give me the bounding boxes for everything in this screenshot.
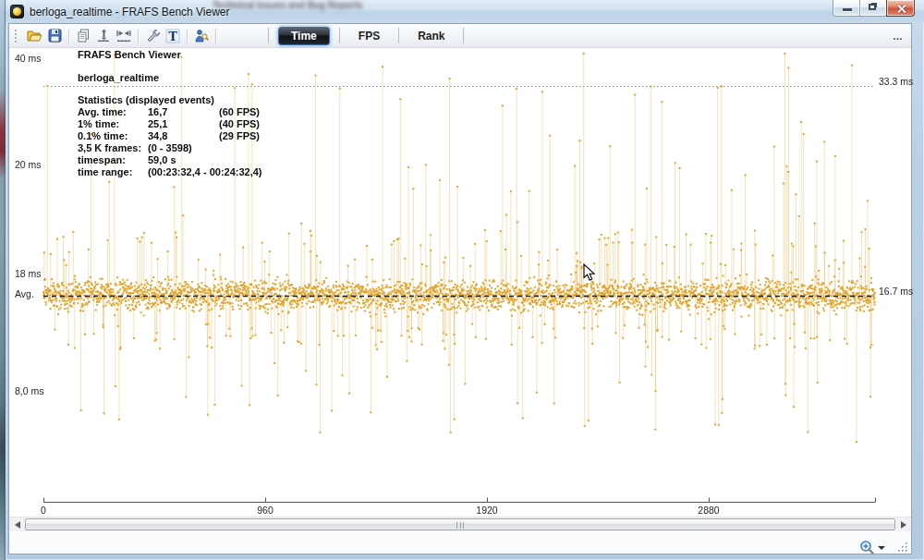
tab-fps[interactable]: FPS bbox=[349, 28, 389, 44]
tab-separator bbox=[463, 28, 464, 43]
open-folder-icon bbox=[27, 30, 43, 43]
minimize-button[interactable] bbox=[833, 0, 860, 17]
toolbar-separator bbox=[215, 29, 216, 43]
app-window: Technical Issues and Bug Reports berloga… bbox=[6, 0, 924, 560]
vertical-scale-icon bbox=[97, 29, 110, 43]
toolbar-separator bbox=[138, 29, 139, 43]
minimize-icon bbox=[843, 8, 852, 11]
resize-grip[interactable] bbox=[897, 542, 909, 554]
app-icon bbox=[10, 5, 24, 18]
copy-icon bbox=[77, 29, 91, 43]
close-icon bbox=[896, 4, 906, 14]
caption-buttons bbox=[833, 0, 915, 17]
toolbar-overflow-button[interactable]: … bbox=[893, 30, 904, 42]
svg-text:T: T bbox=[168, 29, 177, 43]
settings-button[interactable] bbox=[142, 27, 163, 45]
horizontal-scrollbar[interactable] bbox=[9, 517, 911, 531]
tab-rank[interactable]: Rank bbox=[408, 28, 454, 44]
zoom-magnifier-icon bbox=[859, 540, 875, 555]
tab-time[interactable]: Time bbox=[278, 27, 330, 45]
copy-button[interactable] bbox=[73, 27, 93, 45]
status-bar bbox=[9, 532, 911, 554]
scrollbar-grip-icon bbox=[456, 522, 464, 529]
zoom-dropdown-caret-icon[interactable] bbox=[878, 546, 885, 554]
horizontal-scale-icon bbox=[116, 30, 131, 43]
view-tabs: Time FPS Rank bbox=[259, 27, 473, 45]
toolbar-separator bbox=[68, 29, 69, 43]
text-icon: T bbox=[165, 29, 180, 43]
window-title: berloga_realtime - FRAFS Bench Viewer bbox=[30, 6, 230, 18]
screen: Technical Issues and Bug Reports berloga… bbox=[0, 0, 924, 560]
arrow-right-icon bbox=[901, 521, 906, 529]
restore-icon bbox=[869, 4, 876, 10]
save-floppy-icon bbox=[48, 29, 62, 43]
analyze-button[interactable] bbox=[191, 27, 212, 45]
client-area: T Time FPS bbox=[8, 23, 912, 554]
wrench-icon bbox=[146, 29, 160, 43]
maximize-button[interactable] bbox=[860, 0, 886, 17]
save-button[interactable] bbox=[44, 27, 65, 45]
chart-plot-area[interactable] bbox=[12, 72, 921, 540]
open-file-button[interactable] bbox=[24, 27, 44, 45]
blurred-background-window-title: Technical Issues and Bug Reports bbox=[213, 0, 545, 11]
scroll-left-button[interactable] bbox=[9, 517, 25, 532]
title-bar[interactable]: Technical Issues and Bug Reports berloga… bbox=[6, 0, 924, 23]
analyze-person-magnifier-icon bbox=[194, 29, 209, 43]
arrow-left-icon bbox=[15, 521, 20, 529]
tab-separator bbox=[398, 28, 399, 43]
vertical-scale-button[interactable] bbox=[93, 27, 114, 45]
scrollbar-thumb[interactable] bbox=[25, 518, 895, 530]
tab-separator bbox=[339, 28, 340, 43]
toolbar: T Time FPS bbox=[9, 24, 911, 48]
tab-separator bbox=[268, 28, 269, 43]
toolbar-separator bbox=[187, 29, 188, 43]
close-button[interactable] bbox=[886, 0, 915, 17]
scroll-right-button[interactable] bbox=[895, 517, 911, 532]
text-annotation-button[interactable]: T bbox=[163, 27, 183, 45]
zoom-control[interactable] bbox=[859, 540, 885, 555]
horizontal-scale-button[interactable] bbox=[114, 27, 134, 45]
toolbar-grip[interactable] bbox=[15, 30, 18, 43]
